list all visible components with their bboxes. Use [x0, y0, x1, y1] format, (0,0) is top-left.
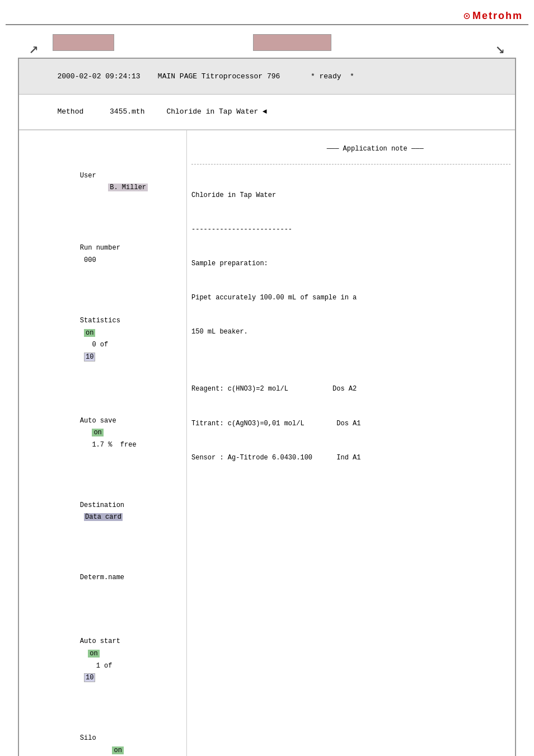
autostart-row: Auto start on 1 of 10 — [24, 624, 182, 697]
panel1-left: User B. Miller Run number 000 Statistics… — [19, 130, 187, 756]
silo-on: on — [112, 746, 123, 754]
autostart-1of: 1 of — [96, 662, 113, 670]
autosave-row: Auto save on 1.7 % free — [24, 403, 182, 463]
autostart-label: Auto start — [80, 637, 120, 645]
logo-area: ⊙ Metrohm — [6, 6, 528, 25]
app-line3: Sample preparation: — [191, 258, 510, 269]
destination-value: Data card — [84, 513, 123, 521]
autosave-on: on — [92, 429, 103, 436]
run-number-value: 000 — [84, 256, 96, 264]
run-number-row: Run number 000 — [24, 231, 182, 279]
autostart-num: 10 — [84, 673, 95, 682]
status-bar-1: 2000-02-02 09:24:13 MAIN PAGE Titroproce… — [19, 59, 515, 95]
determ-row: Determ.name — [24, 560, 182, 597]
panel1-body: User B. Miller Run number 000 Statistics… — [19, 130, 515, 756]
autostart-on: on — [88, 650, 99, 658]
statistics-num: 10 — [84, 353, 95, 361]
destination-row: Destination Data card — [24, 487, 182, 536]
destination-label: Destination — [80, 501, 124, 509]
user-value: B. Miller — [108, 184, 148, 191]
statistics-label: Statistics — [80, 317, 120, 325]
method-bar-1: Method 3455.mth Chloride in Tap Water ◄ — [19, 95, 515, 130]
logo-text: Metrohm — [472, 10, 523, 22]
statistics-0of: 0 of — [92, 341, 108, 349]
run-number-label: Run number — [80, 244, 120, 252]
statistics-row: Statistics on 0 of 10 — [24, 303, 182, 375]
app-line4: Pipet accurately 100.00 mL of sample in … — [191, 292, 510, 303]
silo-label: Silo — [80, 734, 96, 742]
autosave-free: 1.7 % free — [92, 441, 136, 449]
app-note-header-1: ─── Application note ─── — [191, 134, 510, 165]
app-line5: 150 mL beaker. — [191, 326, 510, 337]
silo-row: Silo on in# 12 out# 1 — [24, 721, 182, 757]
determ-label: Determ.name — [80, 574, 124, 581]
app-line9: Sensor : Ag-Titrode 6.0430.100 Ind A1 — [191, 452, 510, 463]
app-line1: Chloride in Tap Water — [191, 190, 510, 201]
app-line7: Reagent: c(HNO3)=2 mol/L Dos A2 — [191, 383, 510, 395]
main-panel-1: 2000-02-02 09:24:13 MAIN PAGE Titroproce… — [18, 58, 516, 756]
app-line8: Titrant: c(AgNO3)=0,01 mol/L Dos A1 — [191, 418, 510, 429]
statistics-on: on — [84, 329, 95, 337]
deco-arrow-left: ↗ — [29, 39, 39, 58]
user-row: User B. Miller — [24, 158, 182, 206]
user-label: User — [80, 172, 96, 180]
panel1-right: ─── Application note ─── Chloride in Tap… — [187, 130, 515, 756]
deco-arrow-right: ↘ — [495, 39, 505, 58]
deco-box-left — [53, 34, 114, 51]
deco-box-right — [253, 34, 331, 51]
logo-icon: ⊙ — [463, 9, 470, 23]
autosave-label: Auto save — [80, 417, 116, 425]
app-line2: ------------------------- — [191, 224, 510, 235]
